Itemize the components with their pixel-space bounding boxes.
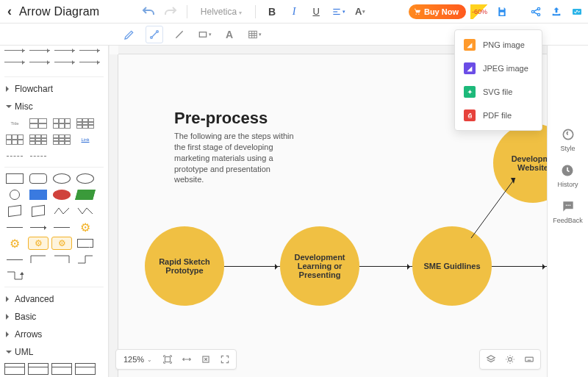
export-svg[interactable]: ✦ SVG file (455, 80, 542, 104)
document-title[interactable]: Arrow Diagramm (19, 5, 100, 18)
arrow-shape[interactable] (28, 220, 49, 234)
theme-icon[interactable] (502, 351, 518, 367)
layers-icon[interactable] (483, 351, 499, 367)
cube-shape[interactable] (28, 204, 49, 218)
zoom-select[interactable]: 125%⌄ (119, 355, 157, 364)
node-development-learning[interactable]: Development Learning or Presenting (280, 226, 359, 306)
uml-class-shape[interactable] (51, 362, 72, 376)
ellipse-filled-red[interactable] (51, 188, 72, 201)
basic-shapes-grid[interactable]: ⚙ ⚙ ⚙ ⚙ (4, 170, 104, 284)
grid-shape[interactable] (75, 117, 96, 130)
font-size-button[interactable]: A▾ (351, 3, 369, 21)
export-icon[interactable] (550, 5, 563, 18)
gear-box-shape[interactable]: ⚙ (28, 237, 49, 250)
gear-shape[interactable]: ⚙ (4, 237, 25, 250)
uml-class-shape[interactable] (75, 362, 96, 376)
dash-shape[interactable] (4, 149, 25, 162)
table-tool[interactable]: ▾ (245, 26, 263, 43)
discount-tag: -60% (470, 4, 491, 19)
line-shape[interactable] (4, 220, 25, 234)
category-misc[interactable]: Misc (4, 98, 104, 115)
link-shape[interactable]: Link (75, 133, 96, 146)
fullscreen-icon[interactable] (217, 351, 233, 367)
canvas-heading[interactable]: Pre-process (174, 109, 268, 128)
connector-shape[interactable] (51, 253, 72, 266)
zoom-toolbar: 125%⌄ (115, 349, 237, 370)
line-shape[interactable] (51, 220, 72, 234)
fit-page-icon[interactable] (159, 351, 176, 367)
svg-marker-22 (20, 272, 24, 275)
circle-shape[interactable] (4, 188, 25, 201)
align-button[interactable]: ▾ (329, 3, 347, 21)
uml-class-shape[interactable] (4, 362, 25, 376)
share-icon[interactable] (529, 5, 542, 18)
ellipse-shape[interactable] (75, 172, 96, 185)
arrow-presets[interactable] (4, 47, 104, 73)
export-pdf[interactable]: ⎙ PDF file (455, 104, 542, 127)
redo-button[interactable] (162, 3, 179, 21)
history-panel-button[interactable]: History (557, 162, 578, 188)
connector-tool[interactable] (146, 26, 163, 43)
svg-line-10 (534, 9, 537, 11)
misc-shapes[interactable]: Title Link (4, 115, 104, 164)
roundrect-shape[interactable] (28, 172, 49, 185)
grid-shape[interactable] (28, 133, 49, 146)
jpeg-icon: ◢ (464, 62, 476, 74)
category-arrows[interactable]: Arrows (4, 326, 104, 343)
connector-shape[interactable] (28, 253, 49, 266)
uml-shapes[interactable] (4, 361, 104, 377)
export-jpeg[interactable]: ◢ JPEG image (455, 57, 542, 80)
category-flowchart[interactable]: Flowchart (4, 80, 104, 98)
rect-filled-blue[interactable] (28, 188, 49, 201)
dash-shape[interactable] (28, 149, 49, 162)
arrow-connector-diag[interactable] (471, 172, 530, 245)
category-uml[interactable]: UML (4, 343, 104, 361)
feedback-panel-button[interactable]: FeedBack (553, 198, 583, 224)
zigzag-shape[interactable] (51, 204, 72, 218)
actual-size-icon[interactable] (198, 351, 214, 367)
ellipse-shape[interactable] (51, 172, 72, 185)
text-tool[interactable]: A (220, 26, 238, 43)
grid-shape[interactable] (4, 133, 25, 146)
view-toolbar (479, 349, 541, 370)
gear-shape[interactable]: ⚙ (75, 220, 96, 234)
more-icon[interactable] (570, 5, 584, 18)
underline-button[interactable]: U (307, 3, 325, 21)
font-select[interactable]: Helvetica▾ (195, 5, 248, 18)
category-advanced[interactable]: Advanced (4, 290, 104, 308)
connector-shape[interactable] (75, 253, 96, 266)
uml-class-shape[interactable] (28, 362, 49, 376)
label-shape[interactable] (75, 237, 96, 250)
history-icon (559, 162, 576, 179)
zigzag-shape[interactable] (75, 204, 96, 218)
title-shape[interactable]: Title (4, 117, 25, 130)
fit-width-icon[interactable] (179, 351, 195, 367)
buy-now-button[interactable]: Buy Now (409, 4, 466, 19)
style-panel-button[interactable]: Style (560, 126, 576, 152)
connector-shape[interactable] (4, 269, 25, 282)
pen-tool[interactable] (121, 26, 138, 43)
italic-button[interactable]: I (285, 3, 303, 21)
line-tool[interactable] (171, 26, 188, 43)
arrow-connector[interactable] (359, 266, 412, 267)
arrow-connector[interactable] (492, 266, 547, 267)
undo-button[interactable] (140, 3, 157, 21)
grid-shape[interactable] (51, 133, 72, 146)
back-button[interactable]: ‹ (4, 4, 15, 19)
rect-filled-green[interactable] (75, 188, 96, 201)
shape-tool[interactable]: ▾ (196, 26, 213, 43)
export-png[interactable]: ◢ PNG image (455, 33, 542, 57)
cube-shape[interactable] (4, 204, 25, 218)
gear-box-shape[interactable]: ⚙ (51, 237, 72, 250)
keyboard-icon[interactable] (521, 351, 537, 367)
bold-button[interactable]: B (263, 3, 281, 21)
rect-shape[interactable] (4, 172, 25, 185)
save-icon[interactable] (495, 5, 509, 18)
grid-shape[interactable] (51, 117, 72, 130)
grid-shape[interactable] (28, 117, 49, 130)
line-shape[interactable] (4, 253, 25, 266)
canvas-description[interactable]: The following are the steps within the f… (174, 131, 299, 185)
category-basic[interactable]: Basic (4, 308, 104, 326)
arrow-connector[interactable] (224, 266, 280, 267)
node-rapid-sketch[interactable]: Rapid Sketch Prototype (145, 226, 224, 306)
